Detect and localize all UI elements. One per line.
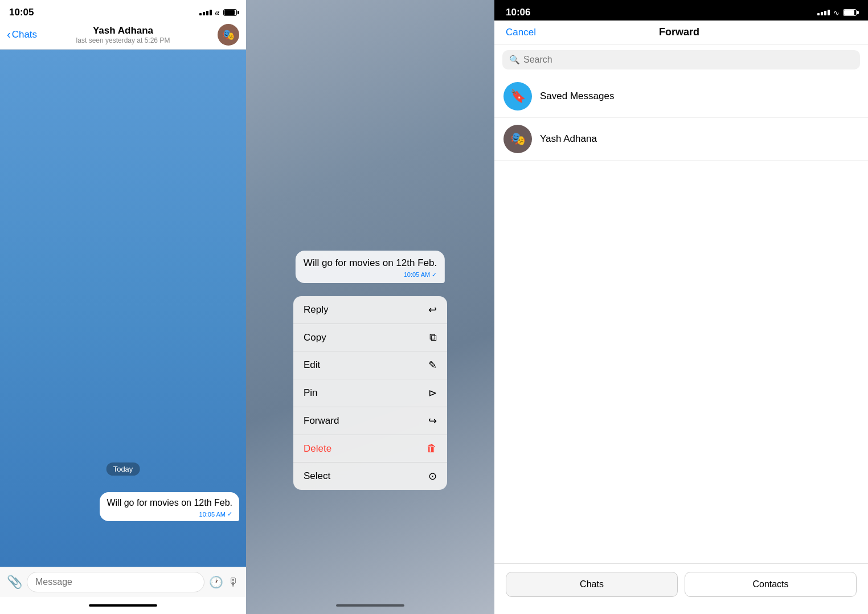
- yash-avatar-icon: 🎭: [510, 132, 526, 146]
- list-item-saved[interactable]: 🔖 Saved Messages: [494, 75, 868, 118]
- status-bar: 10:05 𝜶: [0, 0, 246, 21]
- contact-list: 🔖 Saved Messages 🎭 Yash Adhana: [494, 75, 868, 563]
- home-indicator: [0, 597, 246, 614]
- home-bar: [89, 604, 157, 607]
- battery-icon: [223, 9, 237, 16]
- contact-name: Yash Adhana: [76, 25, 170, 36]
- message-bubble[interactable]: Will go for movies on 12th Feb. 10:05 AM…: [100, 492, 239, 521]
- p3-status-bar: 10:06 ∿: [494, 0, 868, 21]
- list-item-yash[interactable]: 🎭 Yash Adhana: [494, 118, 868, 161]
- message-meta-context: 10:05 AM ✓: [304, 271, 437, 279]
- status-time: 10:05: [9, 7, 34, 18]
- reply-label: Reply: [304, 304, 328, 316]
- message-time: 10:05 AM: [199, 511, 226, 518]
- contact-status: last seen yesterday at 5:26 PM: [76, 36, 170, 44]
- panel2-home-indicator: [246, 597, 494, 614]
- menu-item-edit[interactable]: Edit ✎: [293, 351, 447, 379]
- menu-item-pin[interactable]: Pin ⊳: [293, 379, 447, 407]
- message-time-context: 10:05 AM: [404, 271, 430, 278]
- delete-icon: 🗑: [427, 443, 437, 455]
- context-menu: Reply ↩ Copy ⧉ Edit ✎ Pin ⊳ Forward ↪ De…: [293, 296, 447, 490]
- cancel-button[interactable]: Cancel: [506, 27, 536, 38]
- pin-label: Pin: [304, 387, 318, 399]
- copy-label: Copy: [304, 332, 326, 343]
- forward-icon: ↪: [428, 415, 437, 427]
- chats-tab[interactable]: Chats: [506, 572, 678, 597]
- nav-bar: ‹ Chats Yash Adhana last seen yesterday …: [0, 21, 246, 50]
- attach-icon[interactable]: 📎: [7, 575, 22, 590]
- emoji-icon[interactable]: 🕐: [209, 575, 223, 589]
- forward-title: Forward: [659, 26, 699, 38]
- back-label: Chats: [12, 29, 37, 40]
- saved-messages-icon: 🔖: [510, 89, 526, 104]
- p3-status-icons: ∿: [817, 9, 857, 17]
- delete-label: Delete: [304, 443, 331, 455]
- nav-center: Yash Adhana last seen yesterday at 5:26 …: [76, 25, 170, 44]
- forward-panel: 10:06 ∿ Cancel Forward 🔍: [494, 0, 868, 614]
- back-button[interactable]: ‹ Chats: [7, 28, 37, 41]
- message-meta: 10:05 AM ✓: [107, 510, 232, 518]
- yash-avatar: 🎭: [503, 125, 532, 153]
- menu-item-select[interactable]: Select ⊙: [293, 462, 447, 490]
- avatar[interactable]: 🎭: [218, 24, 239, 46]
- signal-icon: [199, 10, 212, 15]
- menu-item-delete[interactable]: Delete 🗑: [293, 435, 447, 462]
- message-text: Will go for movies on 12th Feb.: [107, 497, 232, 509]
- saved-messages-label: Saved Messages: [540, 91, 614, 102]
- context-menu-panel: Will go for movies on 12th Feb. 10:05 AM…: [246, 0, 494, 614]
- pin-icon: ⊳: [428, 387, 437, 399]
- forward-label: Forward: [304, 415, 339, 427]
- search-icon: 🔍: [509, 55, 520, 65]
- menu-item-copy[interactable]: Copy ⧉: [293, 324, 447, 351]
- message-text-context: Will go for movies on 12th Feb.: [304, 256, 437, 270]
- chat-background: Today Will go for movies on 12th Feb. 10…: [0, 50, 246, 567]
- read-receipt-icon: ✓: [227, 510, 232, 518]
- input-bar: 📎 🕐 🎙: [0, 567, 246, 597]
- status-icons: 𝜶: [199, 8, 237, 17]
- yash-name-label: Yash Adhana: [540, 133, 597, 145]
- avatar-icon: 🎭: [222, 28, 235, 41]
- forward-footer: Chats Contacts: [494, 563, 868, 614]
- p3-status-time: 10:06: [506, 7, 530, 18]
- select-label: Select: [304, 470, 330, 482]
- edit-icon: ✎: [428, 359, 437, 371]
- menu-item-reply[interactable]: Reply ↩: [293, 296, 447, 324]
- reply-icon: ↩: [428, 304, 437, 316]
- contacts-tab[interactable]: Contacts: [685, 572, 857, 597]
- search-bar: 🔍: [494, 44, 868, 75]
- chat-panel: 10:05 𝜶 ‹ Chats Yash Adhana last seen ye…: [0, 0, 246, 614]
- select-icon: ⊙: [428, 470, 437, 482]
- forward-nav: Cancel Forward: [494, 21, 868, 44]
- wifi-icon: 𝜶: [215, 8, 220, 17]
- message-input[interactable]: [27, 572, 204, 592]
- message-bubble-context: Will go for movies on 12th Feb. 10:05 AM…: [296, 251, 445, 283]
- mic-icon[interactable]: 🎙: [228, 576, 239, 589]
- read-receipt-context-icon: ✓: [432, 271, 437, 279]
- date-label: Today: [107, 462, 140, 476]
- search-inner: 🔍: [502, 50, 860, 69]
- chevron-left-icon: ‹: [7, 28, 11, 41]
- panel2-home-bar: [336, 604, 404, 607]
- p3-wifi-icon: ∿: [833, 9, 840, 17]
- edit-label: Edit: [304, 359, 320, 371]
- search-input[interactable]: [523, 55, 853, 65]
- p3-battery-icon: [843, 9, 857, 16]
- saved-messages-avatar: 🔖: [503, 82, 532, 110]
- copy-icon: ⧉: [429, 331, 437, 343]
- p3-signal-icon: [817, 10, 830, 15]
- menu-item-forward[interactable]: Forward ↪: [293, 407, 447, 435]
